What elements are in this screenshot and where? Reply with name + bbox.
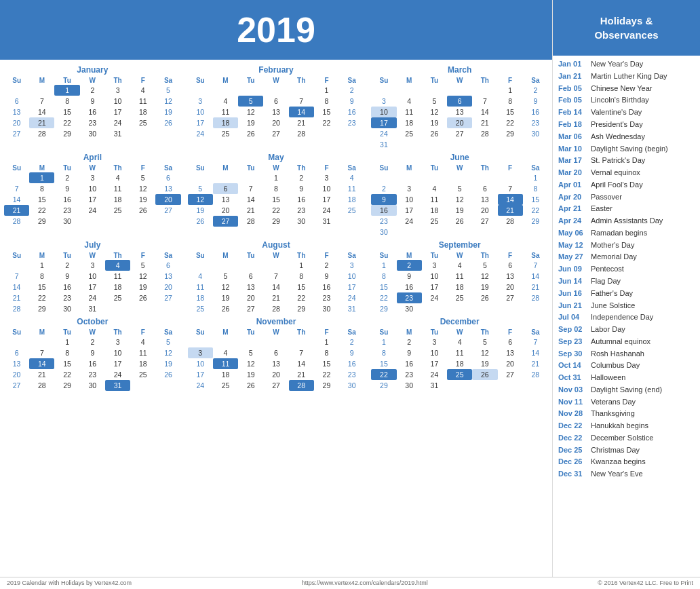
calendar-day: 28 xyxy=(472,128,497,139)
holiday-name: Vernal equinox xyxy=(591,168,640,178)
calendar-day: 1 xyxy=(54,337,79,347)
day-header: Sa xyxy=(523,164,548,172)
calendar-day: 14 xyxy=(523,271,548,282)
calendar-day xyxy=(371,85,396,96)
calendar-day xyxy=(238,172,263,183)
holiday-item: Nov 11Veterans Day xyxy=(557,396,696,408)
calendar-day xyxy=(263,85,288,96)
footer: 2019 Calendar with Holidays by Vertex42.… xyxy=(0,577,700,589)
calendar-day: 20 xyxy=(263,117,288,128)
holiday-item: Feb 05Chinese New Year xyxy=(557,83,696,95)
calendar-day: 9 xyxy=(289,183,314,194)
calendar-day xyxy=(523,303,548,314)
calendar-day: 4 xyxy=(397,96,422,107)
calendar-day: 21 xyxy=(523,358,548,369)
calendar-day: 25 xyxy=(130,369,155,380)
holiday-date: Dec 31 xyxy=(558,469,588,479)
calendar-day xyxy=(80,216,105,227)
calendar-day: 23 xyxy=(339,117,364,128)
calendar-day: 7 xyxy=(523,337,548,347)
calendar-day xyxy=(105,216,130,227)
day-header: M xyxy=(213,251,238,260)
calendar-day xyxy=(130,303,155,314)
day-header: Th xyxy=(472,251,497,260)
calendar-day: 12 xyxy=(130,271,155,282)
calendar-day: 4 xyxy=(188,271,213,282)
calendar-day: 21 xyxy=(289,117,314,128)
month-table: SuMTuWThFSa12345678910111213141516171819… xyxy=(188,328,365,391)
calendar-day xyxy=(4,260,29,271)
holiday-date: Apr 21 xyxy=(558,204,588,214)
calendar-day: 2 xyxy=(523,85,548,96)
calendar-day: 20 xyxy=(263,369,288,380)
holidays-header: Holidays &Observances xyxy=(553,0,700,56)
holiday-item: Nov 28Thanksgiving xyxy=(557,408,696,420)
day-header: Su xyxy=(188,164,213,172)
holiday-name: Lincoln's Birthday xyxy=(591,95,649,105)
calendar-day: 8 xyxy=(371,347,396,358)
holiday-item: Feb 18President's Day xyxy=(557,119,696,131)
holiday-name: New Year's Day xyxy=(591,59,643,69)
calendar-day: 17 xyxy=(339,282,364,292)
month-table: SuMTuWThFSa12345678910111213141516171819… xyxy=(188,251,365,314)
calendar-day: 4 xyxy=(422,183,447,194)
calendar-day: 30 xyxy=(54,216,79,227)
calendar-day: 20 xyxy=(447,117,472,128)
calendar-day: 20 xyxy=(155,194,180,205)
year-header: 2019 xyxy=(0,0,552,60)
calendar-day: 27 xyxy=(4,128,29,139)
calendar-day: 17 xyxy=(80,194,105,205)
calendar-day: 25 xyxy=(105,292,130,303)
calendar-day: 27 xyxy=(472,216,497,227)
calendar-day: 5 xyxy=(130,260,155,271)
calendar-day: 8 xyxy=(314,96,339,107)
calendar-day xyxy=(155,303,180,314)
calendar-day xyxy=(263,337,288,347)
day-header: Th xyxy=(105,164,130,172)
calendar-day: 16 xyxy=(80,358,105,369)
day-header: Th xyxy=(105,251,130,260)
calendar-day xyxy=(29,85,54,96)
holiday-name: Ash Wednesday xyxy=(591,132,645,142)
calendar-day: 26 xyxy=(238,380,263,391)
calendar-day: 18 xyxy=(130,358,155,369)
calendar-day: 9 xyxy=(339,347,364,358)
day-header: W xyxy=(80,76,105,85)
calendar-day: 3 xyxy=(105,337,130,347)
calendar-day: 11 xyxy=(213,107,238,117)
calendar-day: 28 xyxy=(523,292,548,303)
month-title: February xyxy=(258,65,293,75)
day-header: W xyxy=(80,251,105,260)
day-header: W xyxy=(263,76,288,85)
calendar-day: 24 xyxy=(339,292,364,303)
calendar-day: 3 xyxy=(188,347,213,358)
calendar-day: 5 xyxy=(472,337,497,347)
calendar-day: 22 xyxy=(523,205,548,216)
holiday-item: Jul 04Independence Day xyxy=(557,311,696,324)
day-header: F xyxy=(498,76,523,85)
calendar-day: 16 xyxy=(371,205,396,216)
holiday-item: May 12Mother's Day xyxy=(557,239,696,251)
holiday-item: Oct 31Halloween xyxy=(557,372,696,384)
month-title: July xyxy=(84,240,100,250)
day-header: Th xyxy=(105,76,130,85)
calendar-day: 8 xyxy=(54,347,79,358)
holiday-item: Sep 30Rosh Hashanah xyxy=(557,347,696,360)
calendar-day xyxy=(447,85,472,96)
day-header: Su xyxy=(4,251,29,260)
month-title: April xyxy=(83,153,102,162)
calendar-day: 25 xyxy=(188,303,213,314)
calendar-day: 31 xyxy=(314,216,339,227)
holiday-item: Jan 01New Year's Day xyxy=(557,58,696,71)
holidays-sidebar: Holidays &Observances Jan 01New Year's D… xyxy=(552,0,700,577)
day-header: F xyxy=(130,251,155,260)
calendar-day: 9 xyxy=(314,271,339,282)
calendar-day: 1 xyxy=(371,337,396,347)
calendar-day: 7 xyxy=(472,96,497,107)
day-header: Tu xyxy=(422,76,447,85)
calendar-day: 12 xyxy=(213,282,238,292)
calendar-day: 19 xyxy=(472,282,497,292)
day-header: Su xyxy=(4,76,29,85)
calendar-day xyxy=(29,337,54,347)
calendar-day xyxy=(447,380,472,391)
